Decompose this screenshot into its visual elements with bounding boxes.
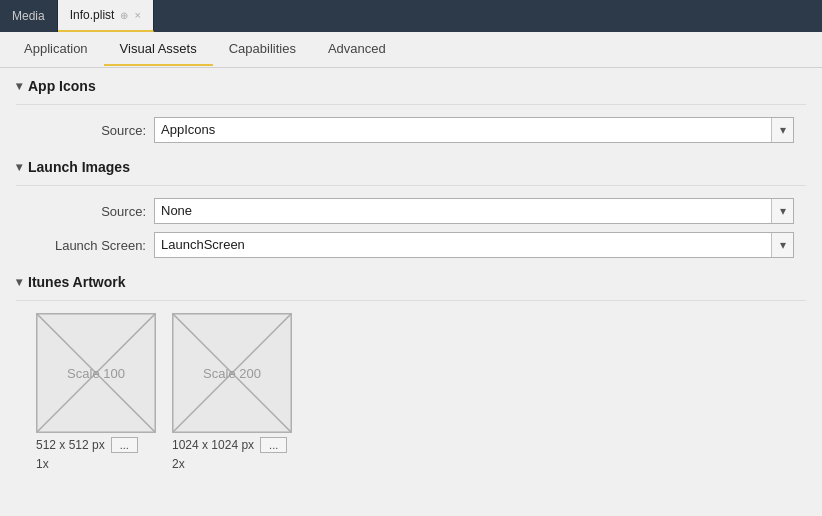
app-icons-section: ▾ App Icons Source: AppIcons (16, 78, 806, 143)
artwork-row: Scale 100 512 x 512 px ... 1x (16, 313, 806, 471)
app-icons-chevron: ▾ (16, 79, 22, 93)
app-icons-source-select[interactable]: AppIcons (154, 117, 794, 143)
tab-info-plist[interactable]: Info.plist ⊕ × (58, 0, 154, 32)
artwork-browse-1x[interactable]: ... (111, 437, 138, 453)
app-icons-header[interactable]: ▾ App Icons (16, 78, 806, 94)
launch-images-source-value: None (155, 198, 771, 224)
close-icon[interactable]: × (134, 9, 140, 21)
launch-images-content: Source: None Launch Screen: LaunchScreen (16, 198, 806, 258)
artwork-meta-1x: 512 x 512 px ... (36, 437, 156, 453)
launch-images-source-row: Source: None (36, 198, 806, 224)
itunes-artwork-chevron: ▾ (16, 275, 22, 289)
launch-images-title: Launch Images (28, 159, 130, 175)
tab-application[interactable]: Application (8, 33, 104, 66)
app-icons-source-row: Source: AppIcons (36, 117, 806, 143)
launch-screen-label: Launch Screen: (36, 238, 146, 253)
tab-media[interactable]: Media (0, 0, 58, 32)
itunes-artwork-header[interactable]: ▾ Itunes Artwork (16, 274, 806, 290)
launch-images-header[interactable]: ▾ Launch Images (16, 159, 806, 175)
app-icons-source-label: Source: (36, 123, 146, 138)
tab-capabilities[interactable]: Capabilities (213, 33, 312, 66)
itunes-artwork-title: Itunes Artwork (28, 274, 126, 290)
launch-images-source-arrow (771, 199, 793, 223)
artwork-placeholder-2x-svg (173, 314, 291, 432)
launch-images-source-select[interactable]: None (154, 198, 794, 224)
content-area: Application Visual Assets Capabilities A… (0, 32, 822, 516)
artwork-item-2x: Scale 200 1024 x 1024 px ... 2x (172, 313, 292, 471)
launch-images-source-label: Source: (36, 204, 146, 219)
launch-screen-value: LaunchScreen (155, 232, 771, 258)
tab-info-plist-label: Info.plist (70, 8, 115, 22)
artwork-size-2x: 1024 x 1024 px (172, 438, 254, 452)
launch-screen-select[interactable]: LaunchScreen (154, 232, 794, 258)
artwork-meta-2x: 1024 x 1024 px ... (172, 437, 292, 453)
artwork-item-1x: Scale 100 512 x 512 px ... 1x (36, 313, 156, 471)
artwork-scale-1x: 1x (36, 457, 156, 471)
app-icons-source-value: AppIcons (155, 117, 771, 143)
artwork-placeholder-1x-svg (37, 314, 155, 432)
artwork-browse-2x[interactable]: ... (260, 437, 287, 453)
app-icons-title: App Icons (28, 78, 96, 94)
sections: ▾ App Icons Source: AppIcons ▾ Launch Im… (0, 68, 822, 516)
nav-tabs: Application Visual Assets Capabilities A… (0, 32, 822, 68)
launch-screen-arrow (771, 233, 793, 257)
artwork-scale-2x: 2x (172, 457, 292, 471)
itunes-artwork-section: ▾ Itunes Artwork Scale 100 (16, 274, 806, 471)
launch-images-section: ▾ Launch Images Source: None Launch Scre… (16, 159, 806, 258)
itunes-artwork-divider (16, 300, 806, 301)
app-icons-source-arrow (771, 118, 793, 142)
title-bar: Media Info.plist ⊕ × (0, 0, 822, 32)
app-icons-content: Source: AppIcons (16, 117, 806, 143)
app-icons-divider (16, 104, 806, 105)
launch-images-divider (16, 185, 806, 186)
tab-visual-assets[interactable]: Visual Assets (104, 33, 213, 66)
tab-media-label: Media (12, 9, 45, 23)
artwork-box-2x[interactable]: Scale 200 (172, 313, 292, 433)
pin-icon: ⊕ (120, 10, 128, 21)
artwork-box-1x[interactable]: Scale 100 (36, 313, 156, 433)
launch-images-chevron: ▾ (16, 160, 22, 174)
launch-screen-row: Launch Screen: LaunchScreen (36, 232, 806, 258)
tab-advanced[interactable]: Advanced (312, 33, 402, 66)
artwork-size-1x: 512 x 512 px (36, 438, 105, 452)
